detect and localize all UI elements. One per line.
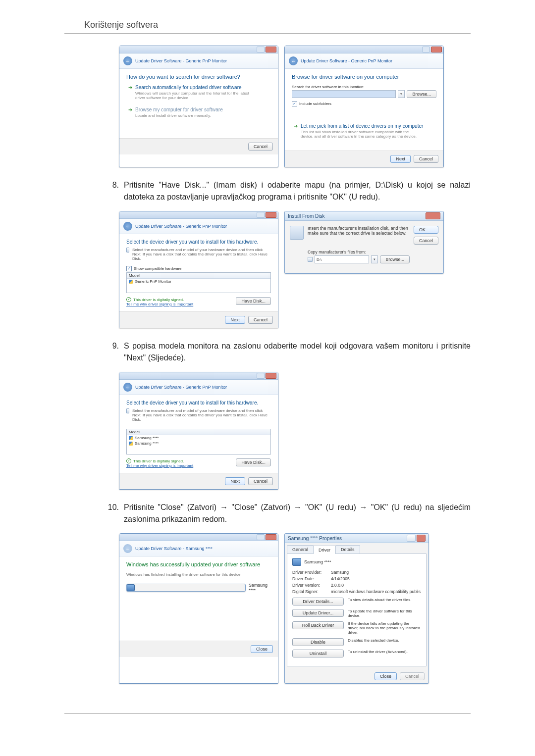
check-icon: ✓ xyxy=(126,458,131,463)
step-8: 8. Pritisnite "Have Disk..." (Imam disk)… xyxy=(104,179,471,203)
arrow-icon: ➔ xyxy=(294,123,298,139)
success-sub: Windows has finished installing the driv… xyxy=(126,572,271,577)
check-icon: ✓ xyxy=(126,297,131,302)
option-search-auto[interactable]: ➔ Search automatically for updated drive… xyxy=(128,85,271,100)
browse-button[interactable]: Browse... xyxy=(380,255,410,263)
wizard-heading: How do you want to search for driver sof… xyxy=(126,74,271,80)
uninstall-button[interactable]: Uninstall xyxy=(292,650,344,657)
disk-icon xyxy=(308,257,313,262)
show-compatible-checkbox[interactable]: ✓ Show compatible hardware xyxy=(126,266,271,271)
shield-icon xyxy=(129,280,133,284)
close-button[interactable] xyxy=(266,373,276,379)
close-button[interactable] xyxy=(417,535,426,542)
have-disk-button[interactable]: Have Disk... xyxy=(236,297,271,305)
footer-divider xyxy=(64,713,471,714)
dialog-device-properties: Samsung **** Properties General Driver D… xyxy=(284,533,429,684)
signed-indicator: ✓ This driver is digitally signed. xyxy=(126,297,193,302)
tab-details[interactable]: Details xyxy=(335,545,360,554)
driver-details-button[interactable]: Driver Details... xyxy=(292,598,344,605)
minimize-button[interactable] xyxy=(257,212,265,218)
signing-link[interactable]: Tell me why driver signing is important xyxy=(126,302,193,306)
next-button[interactable]: Next xyxy=(225,477,245,485)
back-icon[interactable]: ← xyxy=(123,56,132,65)
value-signer: microsoft windows hardware compatibility… xyxy=(331,589,421,594)
label-signer: Digital Signer: xyxy=(292,589,331,594)
option-pick-from-list[interactable]: ➔ Let me pick from a list of device driv… xyxy=(294,123,436,139)
field-label: Search for driver software in this locat… xyxy=(292,85,436,89)
back-icon[interactable]: ← xyxy=(289,56,298,65)
close-button[interactable] xyxy=(266,534,276,540)
signed-label: This driver is digitally signed. xyxy=(133,459,184,463)
back-icon[interactable]: ← xyxy=(123,383,132,392)
close-button[interactable] xyxy=(266,47,276,52)
checkbox-icon: ✓ xyxy=(292,101,297,106)
path-input[interactable]: D:\ xyxy=(315,255,369,263)
next-button[interactable]: Next xyxy=(390,155,411,163)
dialog-title: Samsung **** Properties xyxy=(288,536,342,541)
signing-link[interactable]: Tell me why driver signing is important xyxy=(126,463,193,468)
device-name: Samsung **** xyxy=(304,559,331,564)
shield-icon xyxy=(129,436,133,440)
next-button[interactable]: Next xyxy=(225,316,245,324)
disk-icon xyxy=(126,408,129,413)
cancel-button[interactable]: Cancel xyxy=(248,477,273,485)
desc-update: To update the driver software for this d… xyxy=(348,609,421,618)
step-text: S popisa modela monitora na zaslonu odab… xyxy=(124,340,471,364)
step-number: 8. xyxy=(104,179,124,203)
cancel-button[interactable]: Cancel xyxy=(414,237,438,245)
list-item[interactable]: Samsung **** xyxy=(127,441,270,446)
device-name: Samsung **** xyxy=(249,583,271,593)
list-item-label: Samsung **** xyxy=(135,441,159,446)
checkbox-icon: ✓ xyxy=(126,266,132,271)
list-item[interactable]: Samsung **** xyxy=(127,435,270,441)
minimize-button[interactable] xyxy=(422,47,430,52)
close-button[interactable] xyxy=(266,212,276,218)
option-browse-computer[interactable]: ➔ Browse my computer for driver software… xyxy=(128,107,271,118)
model-listbox[interactable]: Model Generic PnP Monitor xyxy=(126,272,271,293)
step-10: 10. Pritisnite "Close" (Zatvori) → "Clos… xyxy=(104,502,471,525)
close-button-footer[interactable]: Close xyxy=(374,672,397,680)
minimize-button[interactable] xyxy=(257,534,265,540)
list-item[interactable]: Generic PnP Monitor xyxy=(127,279,270,284)
minimize-button[interactable] xyxy=(257,47,265,52)
update-driver-button[interactable]: Update Driver... xyxy=(292,609,344,617)
disable-button[interactable]: Disable xyxy=(292,638,344,646)
disk-icon xyxy=(126,248,129,252)
value-provider: Samsung xyxy=(331,570,349,575)
minimize-button[interactable] xyxy=(257,373,265,379)
ok-button[interactable]: OK xyxy=(414,226,438,234)
have-disk-button[interactable]: Have Disk... xyxy=(236,458,271,466)
include-subfolders-checkbox[interactable]: ✓ Include subfolders xyxy=(292,101,436,106)
tab-general[interactable]: General xyxy=(287,545,314,554)
column-header: Model xyxy=(127,273,270,279)
list-item-label: Samsung **** xyxy=(135,436,159,440)
dropdown-icon[interactable]: ▾ xyxy=(398,90,405,98)
cancel-button[interactable]: Cancel xyxy=(248,143,273,151)
step-9: 9. S popisa modela monitora na zaslonu o… xyxy=(104,340,471,364)
window-titlebar xyxy=(119,534,278,541)
close-button[interactable] xyxy=(426,212,440,219)
breadcrumb: Update Driver Software - Samsung **** xyxy=(135,546,213,551)
close-button[interactable] xyxy=(431,47,442,52)
browse-button[interactable]: Browse... xyxy=(407,90,436,98)
back-icon[interactable]: ← xyxy=(123,222,132,231)
location-input[interactable] xyxy=(292,90,396,98)
checkbox-label: Include subfolders xyxy=(299,101,331,106)
step-text: Pritisnite "Close" (Zatvori) → "Close" (… xyxy=(124,502,471,525)
dropdown-icon[interactable]: ▾ xyxy=(371,255,378,263)
option-title: Browse my computer for driver software xyxy=(135,107,223,112)
option-desc: Locate and install driver software manua… xyxy=(135,113,223,118)
monitor-icon xyxy=(292,558,301,566)
cancel-button[interactable]: Cancel xyxy=(414,155,438,163)
roll-back-button[interactable]: Roll Back Driver xyxy=(292,621,344,629)
desc-details: To view details about the driver files. xyxy=(348,598,421,602)
page-title: Korištenje softvera xyxy=(84,20,471,30)
cancel-button[interactable]: Cancel xyxy=(248,316,273,324)
back-icon: ← xyxy=(123,544,132,553)
model-listbox[interactable]: Model Samsung **** Samsung **** xyxy=(126,429,271,454)
tab-driver[interactable]: Driver xyxy=(313,546,336,554)
wizard-desc: Select the manufacturer and model of you… xyxy=(132,408,271,422)
help-button[interactable] xyxy=(407,535,416,542)
floppy-icon xyxy=(290,226,304,240)
close-button-footer[interactable]: Close xyxy=(251,645,273,653)
